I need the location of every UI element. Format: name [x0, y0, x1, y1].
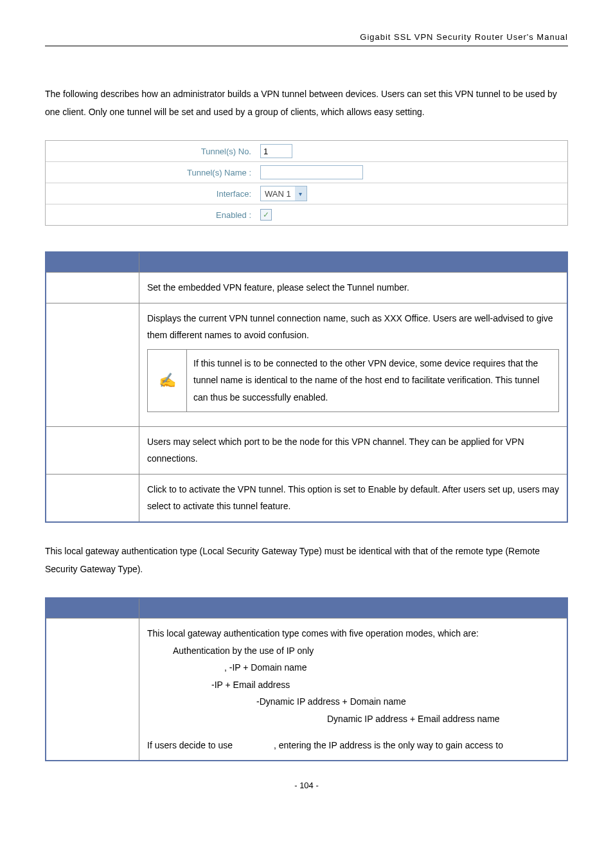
enabled-checkbox[interactable]: ✓	[260, 209, 272, 221]
text-fragment: , entering the IP address is the only wa…	[274, 740, 503, 750]
table-text: to activate the VPN tunnel. This option …	[147, 484, 559, 512]
spacer	[147, 728, 559, 737]
mode-item: -IP + Email address	[147, 676, 559, 694]
table-cell	[46, 426, 139, 474]
note-text: If this tunnel is to be connected to the…	[187, 350, 558, 411]
pencil-icon: ✍	[148, 350, 187, 411]
table-text: Displays the current VPN tunnel connecti…	[147, 313, 553, 341]
gateway-type-table: This local gateway authentication type c…	[45, 597, 568, 761]
interface-select[interactable]: WAN 1 ▾	[260, 186, 307, 201]
table-cell: Click to to activate the VPN tunnel. Thi…	[139, 474, 568, 522]
table-cell	[46, 273, 139, 303]
interface-label: Interface:	[46, 189, 256, 199]
intro-paragraph: The following describes how an administr…	[45, 85, 568, 121]
table-cell: Displays the current VPN tunnel connecti…	[139, 303, 568, 426]
table-header	[139, 252, 568, 273]
tunnel-name-input[interactable]	[260, 165, 363, 179]
page-number: - 104 -	[45, 781, 568, 790]
mode-item: Authentication by the use of IP only	[147, 642, 559, 660]
table-text: This local gateway authentication type c…	[147, 625, 559, 642]
table-header	[46, 252, 139, 273]
chevron-down-icon: ▾	[295, 186, 306, 201]
tunnel-no-input[interactable]	[260, 144, 292, 158]
table-cell: Users may select which port to be the no…	[139, 426, 568, 474]
interface-select-value: WAN 1	[261, 189, 295, 199]
tunnel-form-panel: Tunnel(s) No. Tunnel(s) Name : Interface…	[45, 140, 568, 226]
text-fragment: If users decide to use	[147, 740, 235, 750]
tunnel-no-label: Tunnel(s) No.	[46, 147, 256, 156]
mode-item: , -IP + Domain name	[147, 659, 559, 676]
mode-item: Dynamic IP address + Email address name	[147, 710, 559, 728]
table-header	[139, 598, 568, 619]
note-box: ✍ If this tunnel is to be connected to t…	[147, 349, 559, 412]
tunnel-info-table: Set the embedded VPN feature, please sel…	[45, 251, 568, 523]
table-cell: Set the embedded VPN feature, please sel…	[139, 273, 568, 303]
table-text: If users decide to use , entering the IP…	[147, 737, 559, 754]
table-cell	[46, 303, 139, 426]
page-header: Gigabit SSL VPN Security Router User's M…	[45, 32, 568, 46]
tunnel-name-label: Tunnel(s) Name :	[46, 168, 256, 177]
enabled-label: Enabled :	[46, 210, 256, 220]
table-cell	[46, 618, 139, 761]
mid-paragraph: This local gateway authentication type (…	[45, 542, 568, 578]
mode-item: -Dynamic IP address + Domain name	[147, 693, 559, 710]
table-header	[46, 598, 139, 619]
table-text: Click to	[147, 484, 179, 494]
table-cell	[46, 474, 139, 522]
table-cell: This local gateway authentication type c…	[139, 618, 568, 761]
